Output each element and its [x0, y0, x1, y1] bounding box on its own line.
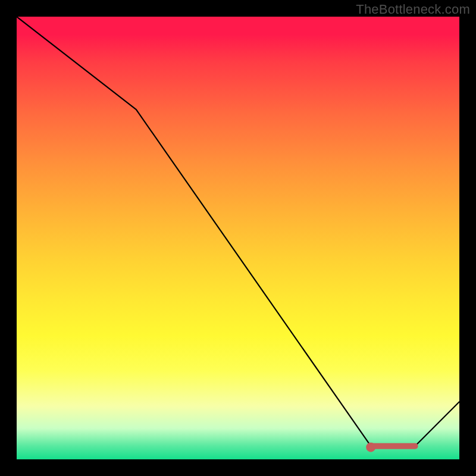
plot-area: [17, 17, 459, 459]
highlight-start-dot: [367, 444, 374, 451]
chart-svg: [17, 17, 459, 459]
highlight-zone: [367, 444, 415, 451]
watermark-label: TheBottleneck.com: [356, 2, 470, 17]
chart-frame: TheBottleneck.com: [0, 0, 476, 476]
series-line: [17, 17, 459, 446]
